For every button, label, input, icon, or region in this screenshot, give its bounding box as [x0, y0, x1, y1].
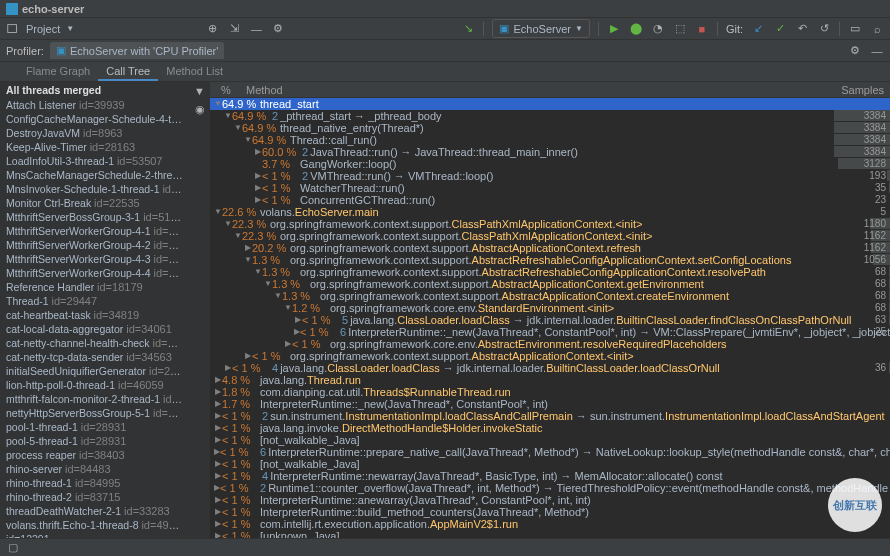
thread-item[interactable]: MtthriftServerWorkerGroup-4-4 id=28427: [0, 266, 189, 280]
tree-row[interactable]: < 1 % [unknown_Java]: [210, 530, 890, 538]
thread-item[interactable]: MnsInvoker-Schedule-1-thread-1 id=27651: [0, 182, 189, 196]
thread-item[interactable]: cat-heartbeat-task id=34819: [0, 308, 189, 322]
thread-item[interactable]: rhino-server id=84483: [0, 462, 189, 476]
thread-item[interactable]: Thread-1 id=29447: [0, 294, 189, 308]
tree-row[interactable]: 1.3 % org.springframework.context.suppor…: [210, 254, 890, 266]
tree-row[interactable]: 22.3 % org.springframework.context.suppo…: [210, 218, 890, 230]
tree-row[interactable]: < 1 % [not_walkable_Java]: [210, 458, 890, 470]
tree-row[interactable]: < 1 % 6 InterpreterRuntime::_new(JavaThr…: [210, 326, 890, 338]
gear-icon[interactable]: ⚙: [271, 22, 285, 36]
tree-row[interactable]: < 1 % 6 InterpreterRuntime::prepare_nati…: [210, 446, 890, 458]
thread-item[interactable]: MnsCacheManagerSchedule-2-thread-1 id=: [0, 168, 189, 182]
minimize-icon[interactable]: —: [870, 44, 884, 58]
thread-item[interactable]: cat-netty-channel-health-check id=24839: [0, 336, 189, 350]
stop-icon[interactable]: ■: [695, 22, 709, 36]
run-config-selector[interactable]: ▣ EchoServer ▼: [492, 19, 589, 38]
thread-item[interactable]: rhino-thread-2 id=83715: [0, 490, 189, 504]
tree-row[interactable]: 64.9 % Thread::call_run(): [210, 134, 890, 146]
terminal-icon[interactable]: ▢: [6, 541, 20, 555]
thread-item[interactable]: threadDeathWatcher-2-1 id=33283: [0, 504, 189, 518]
tree-row[interactable]: 4.8 % java.lang.Thread.run: [210, 374, 890, 386]
thread-item[interactable]: pool-1-thread-1 id=28931: [0, 420, 189, 434]
tree-row[interactable]: 64.9 % thread_start: [210, 98, 890, 110]
expand-icon[interactable]: ⇲: [227, 22, 241, 36]
tree-row[interactable]: < 1 % 4 java.lang.ClassLoader.loadClass …: [210, 362, 890, 374]
tree-row[interactable]: < 1 % java.lang.invoke.DirectMethodHandl…: [210, 422, 890, 434]
coverage-icon[interactable]: ⬚: [673, 22, 687, 36]
collapse-icon[interactable]: —: [249, 22, 263, 36]
git-revert-icon[interactable]: ↺: [817, 22, 831, 36]
col-samples[interactable]: Samples: [830, 82, 890, 97]
tree-row[interactable]: 22.3 % org.springframework.context.suppo…: [210, 230, 890, 242]
thread-item[interactable]: mtthrift-falcon-monitor-2-thread-1 id=78…: [0, 392, 189, 406]
thread-item[interactable]: Monitor Ctrl-Break id=22535: [0, 196, 189, 210]
tree-row[interactable]: < 1 % InterpreterRuntime::anewarray(Java…: [210, 494, 890, 506]
tree-row[interactable]: 64.9 % 2 _pthread_start → _pthread_body: [210, 110, 890, 122]
thread-item[interactable]: nettyHttpServerBossGroup-5-1 id=78083: [0, 406, 189, 420]
thread-item[interactable]: DestroyJavaVM id=8963: [0, 126, 189, 140]
git-update-icon[interactable]: ↙: [751, 22, 765, 36]
tree-row[interactable]: < 1 % 2 VMThread::run() → VMThread::loop…: [210, 170, 890, 182]
thread-item[interactable]: MtthriftServerWorkerGroup-4-1 id=60691: [0, 224, 189, 238]
subtab-method-list[interactable]: Method List: [158, 62, 231, 81]
thread-item[interactable]: Keep-Alive-Timer id=28163: [0, 140, 189, 154]
chevron-down-icon[interactable]: ▼: [66, 24, 74, 33]
git-commit-icon[interactable]: ✓: [773, 22, 787, 36]
profile-icon[interactable]: ◔: [651, 22, 665, 36]
thread-item[interactable]: Reference Handler id=18179: [0, 280, 189, 294]
thread-item[interactable]: MtthriftServerBossGroup-3-1 id=51459: [0, 210, 189, 224]
git-history-icon[interactable]: ↶: [795, 22, 809, 36]
eye-icon[interactable]: ◉: [193, 102, 207, 116]
tree-row[interactable]: < 1 % 5 java.lang.ClassLoader.loadClass …: [210, 314, 890, 326]
tree-row[interactable]: 1.3 % org.springframework.context.suppor…: [210, 290, 890, 302]
subtab-call-tree[interactable]: Call Tree: [98, 62, 158, 81]
tree-row[interactable]: < 1 % [not_walkable_Java]: [210, 434, 890, 446]
thread-item[interactable]: process reaper id=38403: [0, 448, 189, 462]
tree-row[interactable]: < 1 % 4 InterpreterRuntime::newarray(Jav…: [210, 470, 890, 482]
thread-item[interactable]: Attach Listener id=39939: [0, 98, 189, 112]
subtab-flame-graph[interactable]: Flame Graph: [18, 62, 98, 81]
tree-row[interactable]: 1.3 % org.springframework.context.suppor…: [210, 278, 890, 290]
thread-item[interactable]: pool-5-thread-1 id=28931: [0, 434, 189, 448]
target-icon[interactable]: ⊕: [205, 22, 219, 36]
filter-icon[interactable]: ▼: [193, 84, 207, 98]
tree-row[interactable]: 1.7 % InterpreterRuntime::_new(JavaThrea…: [210, 398, 890, 410]
tree-row[interactable]: 64.9 % thread_native_entry(Thread*): [210, 122, 890, 134]
tree-row[interactable]: < 1 % WatcherThread::run(): [210, 182, 890, 194]
debug-icon[interactable]: ⬤: [629, 22, 643, 36]
thread-item[interactable]: lion-http-poll-0-thread-1 id=46059: [0, 378, 189, 392]
thread-item[interactable]: cat-local-data-aggregator id=34061: [0, 322, 189, 336]
tree-row[interactable]: 3.7 % GangWorker::loop(): [210, 158, 890, 170]
tree-row[interactable]: < 1 % org.springframework.core.env.Abstr…: [210, 338, 890, 350]
tree-row[interactable]: 20.2 % org.springframework.context.suppo…: [210, 242, 890, 254]
tree-row[interactable]: < 1 % 2 sun.instrument.InstrumentationIm…: [210, 410, 890, 422]
thread-item[interactable]: initialSeedUniquifierGenerator id=29099: [0, 364, 189, 378]
col-pct[interactable]: %: [210, 82, 242, 97]
tree-row[interactable]: < 1 % com.intellij.rt.execution.applicat…: [210, 518, 890, 530]
thread-item[interactable]: MtthriftServerWorkerGroup-4-3 id=76803: [0, 252, 189, 266]
thread-item[interactable]: volans.thrift.Echo-1-thread-8 id=49667: [0, 518, 189, 532]
thread-item[interactable]: LoadInfoUtil-3-thread-1 id=53507: [0, 154, 189, 168]
project-dropdown[interactable]: [6, 22, 20, 36]
project-label[interactable]: Project: [26, 23, 60, 35]
tree-row[interactable]: 22.6 % volans.EchoServer.main: [210, 206, 890, 218]
hammer-icon[interactable]: ↘: [461, 22, 475, 36]
thread-item[interactable]: MtthriftServerWorkerGroup-4-2 id=77571: [0, 238, 189, 252]
thread-item[interactable]: cat-netty-tcp-data-sender id=34563: [0, 350, 189, 364]
tree-row[interactable]: 60.0 % 2 JavaThread::run() → JavaThread:…: [210, 146, 890, 158]
tree-row[interactable]: < 1 % org.springframework.context.suppor…: [210, 350, 890, 362]
col-method[interactable]: Method: [242, 82, 830, 97]
gear-icon[interactable]: ⚙: [848, 44, 862, 58]
tree-row[interactable]: < 1 % InterpreterRuntime::build_method_c…: [210, 506, 890, 518]
tree-row[interactable]: < 1 % 2 Runtime1::counter_overflow(JavaT…: [210, 482, 890, 494]
tree-row[interactable]: 1.3 % org.springframework.context.suppor…: [210, 266, 890, 278]
tree-row[interactable]: < 1 % ConcurrentGCThread::run(): [210, 194, 890, 206]
run-icon[interactable]: ▶: [607, 22, 621, 36]
tree-row[interactable]: 1.2 % org.springframework.core.env.Stand…: [210, 302, 890, 314]
thread-item[interactable]: ConfigCacheManager-Schedule-4-thread-1: [0, 112, 189, 126]
window-icon[interactable]: ▭: [848, 22, 862, 36]
search-icon[interactable]: ⌕: [870, 22, 884, 36]
thread-item[interactable]: rhino-thread-1 id=84995: [0, 476, 189, 490]
tree-row[interactable]: 1.8 % com.dianping.cat.util.Threads$Runn…: [210, 386, 890, 398]
profiler-run-tab[interactable]: ▣ EchoServer with 'CPU Profiler': [50, 42, 224, 59]
